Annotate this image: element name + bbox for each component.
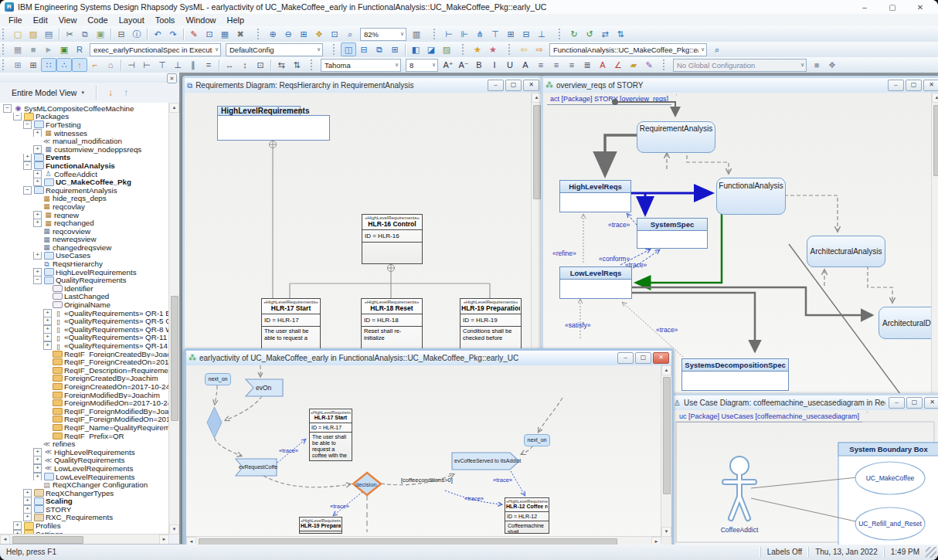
package-node-body[interactable] — [217, 115, 330, 141]
split-horizontal-button[interactable]: ⊟ — [356, 42, 372, 56]
minimize-button[interactable]: – — [488, 80, 504, 91]
window-titlebar[interactable]: ♙ Use Case Diagram: coffeemachine_usecas… — [671, 395, 938, 411]
show-links-button[interactable]: ⊞ — [503, 27, 518, 41]
tree-expander[interactable] — [43, 383, 50, 390]
tree-item[interactable]: ForeignModifiedOn=2017-10-24T22:0 — [0, 399, 169, 407]
tree-item[interactable]: «QualityRequirements» QR-11 Taste — [0, 334, 169, 342]
zoom-out-button[interactable]: ⊖ — [280, 27, 296, 41]
generate-code-button[interactable]: ▣ — [56, 42, 72, 56]
configuration-combo[interactable]: DefaultConfig∨ — [226, 43, 323, 56]
tree-item[interactable]: Profiles — [0, 521, 169, 530]
tree-item[interactable]: reqcovlay — [0, 202, 169, 211]
show-swimlanes-button[interactable]: ∴ — [56, 58, 72, 72]
delete-button[interactable]: ✖ — [233, 27, 248, 41]
tree-item[interactable]: «QualityRequirements» QR-1 Beans — [0, 309, 169, 317]
tree-expander[interactable] — [33, 268, 42, 277]
line-color-button[interactable]: ∠ — [610, 58, 626, 72]
tree-item[interactable]: OriginalName — [0, 300, 169, 309]
stop-button[interactable]: ■ — [25, 42, 41, 56]
tree-expander[interactable] — [33, 219, 42, 227]
tree-item[interactable]: ReqIF_ForeignCreatedOn=2017-11-01 — [0, 358, 169, 366]
split-vertical-button[interactable]: ◫ — [341, 42, 356, 56]
close-button[interactable]: ✕ — [924, 397, 938, 409]
tree-item[interactable]: HighLevelRequirements — [0, 448, 169, 456]
close-button[interactable]: ✕ — [653, 352, 669, 364]
node-decision-label[interactable]: decision — [355, 481, 377, 488]
tree-item[interactable]: QualityRequirements — [0, 276, 169, 284]
tree-expander[interactable] — [43, 392, 50, 399]
requirement-node-hlr12[interactable]: «HighLevelRequirements» HLR-12 Coffee re… — [505, 497, 549, 534]
node-ev-on-label[interactable]: evOn — [256, 384, 271, 392]
tree-item[interactable]: ReqIF_ForeignModifiedBy=Joachim — [0, 407, 169, 416]
cut-button[interactable]: ✂ — [62, 27, 77, 41]
tree-expander[interactable] — [23, 161, 32, 170]
tree-expander[interactable] — [43, 367, 50, 374]
tree-expander[interactable] — [33, 473, 42, 481]
tree-expander[interactable] — [43, 325, 52, 334]
diagram-canvas[interactable]: next_on evOn evRequestCoffe decision evC… — [186, 365, 661, 537]
save-button[interactable]: ▤ — [41, 27, 56, 41]
tree-item[interactable]: ReqsHierarchy — [0, 260, 169, 268]
requirement-node-hlr16[interactable]: «HighLevelRequirements» HLR-16 Control I… — [362, 214, 423, 264]
tree-expander[interactable] — [33, 211, 42, 219]
sync-button[interactable]: ⇄ — [597, 27, 613, 41]
node-ev-coffee-served-label[interactable]: evCoffeeServed to itsAddict — [454, 458, 521, 463]
tree-item[interactable]: ReqXChangerTypes — [0, 489, 169, 497]
tree-item[interactable]: «QualityRequirements» QR-5 Ground — [0, 317, 169, 325]
tree-expander[interactable] — [23, 154, 32, 162]
tree-expander[interactable] — [43, 334, 52, 342]
tree-expander[interactable] — [43, 301, 50, 308]
italic-button[interactable]: I — [487, 58, 502, 72]
browse-hierarchy-button[interactable]: ⊢ — [441, 27, 457, 41]
tree-item[interactable]: manual_modification — [0, 137, 169, 145]
generate-sequence-button[interactable]: ↻ — [566, 27, 582, 41]
window-titlebar[interactable]: ⁂ overview_reqs of STORY – ▢ ✕ — [543, 78, 938, 93]
tree-expander[interactable] — [43, 416, 50, 423]
earlyactivity-window[interactable]: ⁂ earlyactivity of UC_MakeCoffee_early i… — [184, 348, 674, 545]
window-titlebar[interactable]: ⁂ earlyactivity of UC_MakeCoffee_early i… — [186, 351, 671, 366]
same-size-button[interactable]: ⊡ — [253, 58, 268, 72]
menu-edit[interactable]: Edit — [28, 15, 53, 25]
tree-expander[interactable] — [33, 195, 40, 202]
zoom-level-combo[interactable]: 82%∨ — [360, 28, 406, 41]
tree-expander[interactable] — [3, 104, 12, 113]
same-height-button[interactable]: ↕ — [237, 58, 253, 72]
tree-item[interactable]: reqnew — [0, 211, 169, 219]
forward-button[interactable]: ⇨ — [532, 42, 547, 56]
open-button[interactable]: ▨ — [25, 27, 41, 41]
tree-item[interactable]: ForTesting — [0, 120, 169, 129]
tree-expander[interactable] — [43, 285, 50, 292]
stamp-mode-button[interactable]: ↑ — [72, 58, 87, 72]
move-down-button[interactable]: ↓ — [103, 86, 118, 100]
tree-expander[interactable] — [43, 293, 50, 300]
tree-item[interactable]: Identifier — [0, 284, 169, 293]
zoom-area-button[interactable]: ⊞ — [296, 27, 311, 41]
tree-expander[interactable] — [43, 408, 50, 415]
menu-layout[interactable]: Layout — [114, 15, 150, 25]
show-parts-button[interactable]: ⊤ — [488, 27, 503, 41]
lock-button[interactable]: ⌂ — [103, 58, 118, 72]
tree-expander[interactable] — [43, 375, 50, 382]
tree-expander[interactable] — [43, 358, 50, 365]
tree-expander[interactable] — [43, 433, 50, 440]
node-next-on[interactable]: next_on — [205, 373, 231, 385]
tree-item[interactable]: Packages — [0, 113, 169, 121]
maximize-button[interactable]: ▢ — [906, 397, 923, 409]
tree-expander[interactable] — [33, 481, 40, 488]
actor-label[interactable]: CoffeeAddict — [712, 526, 766, 534]
align-right-button[interactable]: ⊢ — [139, 58, 155, 72]
zoom-dynamic-button[interactable]: ⌕ — [342, 27, 358, 41]
usecase-label[interactable]: UC_MakeCoffee — [855, 474, 925, 482]
refresh-button[interactable]: ⇅ — [613, 27, 628, 41]
maximize-button[interactable]: ▢ — [505, 80, 522, 91]
snap-to-grid-button[interactable]: ⊞ — [10, 58, 25, 72]
tree-expander[interactable] — [33, 260, 40, 267]
decrease-font-button[interactable]: A⁻ — [456, 58, 471, 72]
tree-expander[interactable] — [33, 440, 40, 447]
browser-horizontal-scrollbar[interactable]: ◄ ► — [0, 534, 169, 545]
show-anchors-button[interactable]: ∷ — [41, 58, 56, 72]
tree-expander[interactable] — [33, 464, 42, 473]
realize-button[interactable]: ⊥ — [534, 27, 549, 41]
usecase-diagram-window[interactable]: ♙ Use Case Diagram: coffeemachine_usecas… — [669, 393, 938, 545]
tree-expander[interactable] — [43, 309, 52, 317]
